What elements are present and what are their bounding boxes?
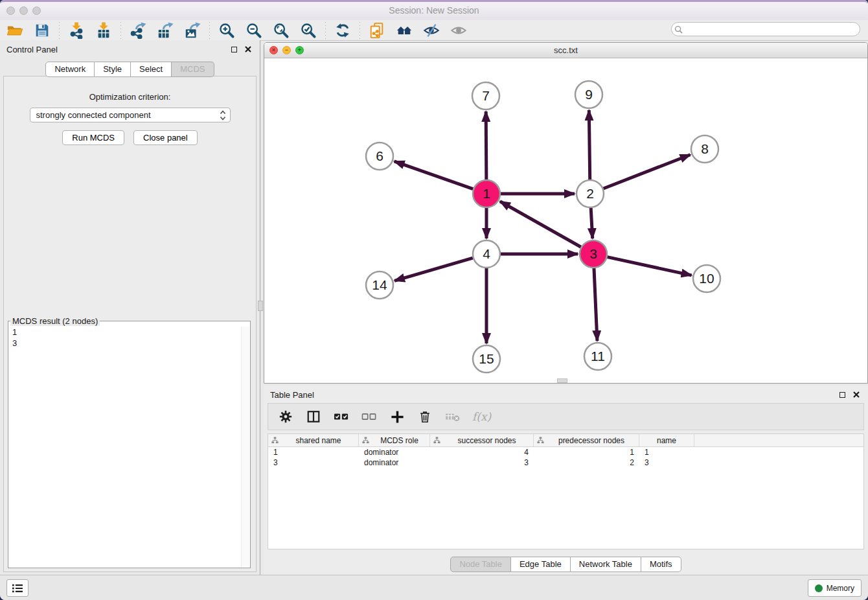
duplicate-network-icon[interactable] (369, 22, 385, 39)
graph-node-label: 11 (591, 349, 605, 363)
column-type-icon (537, 437, 544, 444)
run-mcds-button[interactable]: Run MCDS (62, 130, 124, 145)
vertical-splitter-grip[interactable] (258, 301, 263, 311)
graph-edge-1-6[interactable] (394, 161, 474, 189)
column-type-icon (433, 437, 440, 444)
graph-edge-3-11[interactable] (594, 268, 597, 341)
search-input[interactable] (671, 22, 860, 36)
status-bar: Memory (0, 575, 868, 600)
float-table-panel-button[interactable] (837, 389, 847, 400)
toolbar-separator (120, 22, 121, 39)
control-panel: Control Panel Network Style Select MCDS … (0, 40, 260, 575)
table-cell[interactable]: 3 (430, 458, 534, 467)
close-table-panel-button[interactable] (851, 389, 862, 400)
tab-style[interactable]: Style (95, 62, 131, 77)
network-view-window: × − + scc.txt 1234678910111415 (264, 42, 868, 384)
memory-button[interactable]: Memory (808, 579, 862, 597)
node-table: shared nameMCDS rolesuccessor nodesprede… (268, 433, 864, 549)
import-network-icon[interactable] (68, 22, 85, 39)
graph-edge-2-3[interactable] (591, 208, 593, 238)
tab-mcds[interactable]: MCDS (172, 62, 214, 77)
tab-node-table[interactable]: Node Table (450, 557, 511, 572)
table-row[interactable]: 1dominator411 (268, 447, 863, 457)
graph-edge-1-7[interactable] (486, 111, 486, 179)
column-header-successor-nodes[interactable]: successor nodes (430, 434, 534, 446)
memory-status-icon (815, 584, 823, 592)
import-table-icon[interactable] (95, 22, 112, 39)
table-cell[interactable]: 2 (534, 458, 639, 467)
select-all-checks-icon[interactable] (333, 408, 350, 425)
table-panel-title: Table Panel (270, 390, 314, 400)
float-panel-button[interactable] (229, 44, 239, 54)
table-cell[interactable]: 1 (268, 448, 359, 457)
table-toolbar: f(x) (268, 403, 864, 430)
network-zoom-button[interactable]: + (295, 46, 304, 54)
deselect-all-checks-icon[interactable] (361, 408, 378, 425)
graph-node-label: 4 (483, 246, 490, 261)
zoom-fit-icon[interactable] (273, 22, 290, 39)
export-table-icon[interactable] (157, 22, 174, 39)
column-header-MCDS-role[interactable]: MCDS role (359, 434, 430, 446)
show-columns-icon[interactable] (305, 408, 322, 425)
open-session-icon[interactable] (6, 22, 23, 39)
graph-node-label: 1 (483, 186, 490, 201)
zoom-selected-icon[interactable] (300, 22, 317, 39)
close-panel-button-secondary[interactable]: Close panel (133, 130, 198, 145)
task-history-button[interactable] (6, 579, 29, 597)
graph-edge-2-9[interactable] (589, 110, 589, 179)
table-row[interactable]: 3dominator323 (268, 457, 863, 468)
network-window-titlebar[interactable]: × − + scc.txt (264, 43, 867, 58)
graph-edge-4-14[interactable] (394, 258, 473, 281)
control-panel-title: Control Panel (6, 45, 58, 54)
first-neighbors-icon[interactable] (396, 22, 413, 39)
tab-edge-table[interactable]: Edge Table (511, 557, 571, 572)
table-cell[interactable]: dominator (359, 458, 430, 467)
tab-select[interactable]: Select (131, 62, 172, 77)
toolbar-separator (59, 22, 60, 39)
network-canvas[interactable]: 1234678910111415 (264, 58, 867, 384)
horizontal-splitter-grip[interactable] (557, 378, 567, 383)
tab-network[interactable]: Network (45, 62, 95, 77)
graph-edge-2-8[interactable] (603, 155, 690, 189)
toolbar-separator (325, 22, 326, 39)
table-cell[interactable]: dominator (359, 448, 430, 457)
result-scrollbar[interactable] (241, 327, 249, 567)
export-image-icon[interactable] (184, 22, 201, 39)
zoom-in-icon[interactable] (218, 22, 235, 39)
zoom-out-icon[interactable] (246, 22, 262, 39)
table-cell[interactable]: 3 (639, 458, 694, 467)
graph-node-label: 7 (482, 88, 490, 103)
table-cell[interactable]: 4 (430, 448, 534, 457)
close-panel-button[interactable] (243, 44, 253, 54)
table-cell[interactable]: 1 (639, 448, 694, 457)
mcds-panel: Optimization criterion: strongly connect… (3, 76, 257, 572)
export-network-icon[interactable] (130, 22, 146, 39)
column-header-name[interactable]: name (639, 434, 694, 446)
hide-selected-icon[interactable] (423, 22, 440, 39)
network-close-button[interactable]: × (269, 46, 278, 54)
column-header-shared-name[interactable]: shared name (268, 434, 359, 446)
memory-label: Memory (827, 584, 854, 593)
column-header-predecessor-nodes[interactable]: predecessor nodes (534, 434, 639, 446)
apply-layout-icon[interactable] (334, 22, 351, 39)
tab-motifs[interactable]: Motifs (641, 557, 681, 572)
result-line: 3 (12, 338, 246, 349)
table-cell[interactable]: 1 (534, 448, 639, 457)
node-table-header: shared nameMCDS rolesuccessor nodesprede… (268, 434, 863, 447)
add-column-icon[interactable] (389, 408, 405, 425)
graph-edge-3-10[interactable] (607, 257, 691, 275)
show-all-icon[interactable] (450, 22, 467, 39)
save-session-icon[interactable] (34, 22, 51, 39)
tab-network-table[interactable]: Network Table (571, 557, 641, 572)
delete-column-icon[interactable] (417, 408, 433, 425)
table-cell[interactable]: 3 (268, 458, 359, 467)
settings-gear-icon[interactable] (277, 408, 294, 425)
toolbar-separator (209, 22, 210, 39)
app-title: Session: New Session (0, 5, 868, 16)
criterion-select[interactable]: strongly connected component (30, 108, 231, 122)
network-minimize-button[interactable]: − (282, 46, 291, 54)
graph-node-label: 9 (585, 87, 593, 102)
graph-edge-3-1[interactable] (500, 202, 581, 247)
graph-node-label: 14 (372, 277, 387, 292)
graph-node-label: 6 (376, 148, 383, 163)
